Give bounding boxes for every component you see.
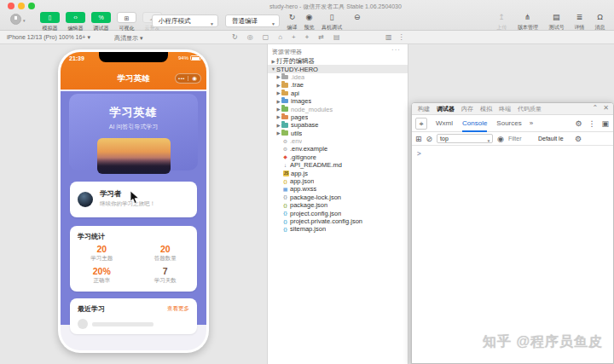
context-select[interactable]: top ▼ bbox=[437, 134, 493, 143]
file-project.config.json[interactable]: ▶ {} project.config.json bbox=[268, 209, 408, 217]
inspect-icon[interactable]: ⌖ bbox=[305, 33, 310, 42]
folder-pages[interactable]: ▶ pages bbox=[268, 113, 408, 121]
zoom-window-button[interactable] bbox=[28, 3, 35, 9]
user-avatar[interactable] bbox=[10, 14, 21, 25]
console-prompt[interactable]: > bbox=[417, 150, 421, 158]
refresh-icon[interactable]: ↻ bbox=[232, 33, 238, 42]
hand-icon[interactable]: + bbox=[292, 33, 296, 42]
panel-icon[interactable]: ▥ bbox=[385, 33, 392, 42]
profile-avatar bbox=[78, 192, 93, 207]
debugger-tab[interactable]: 调试器 bbox=[437, 105, 455, 113]
debugger-tab[interactable]: 内存 bbox=[461, 105, 473, 113]
toolbar-action-button[interactable]: ▤ 测试号 bbox=[548, 12, 565, 32]
stat-value: 20 bbox=[134, 244, 198, 254]
close-window-button[interactable] bbox=[8, 3, 14, 9]
mode-select[interactable]: 小程序模式 ▼ bbox=[152, 14, 218, 27]
folder-node_modules[interactable]: ▶ node_modules bbox=[268, 105, 408, 113]
hero-subtitle: AI 问答引导式学习 bbox=[69, 123, 198, 131]
stat-label: 学习天数 bbox=[134, 277, 198, 285]
debugger-tab[interactable]: 构建 bbox=[418, 105, 430, 113]
target-icon[interactable]: ◎ bbox=[247, 33, 253, 42]
sidebar-toggle-icon[interactable]: ⊞ bbox=[415, 134, 422, 144]
file-package-lock.json[interactable]: ▶ {} package-lock.json bbox=[268, 194, 408, 201]
file-.env.example[interactable]: ▶ ⚙ .env.example bbox=[268, 145, 408, 153]
toolbar-mode-button[interactable]: ⊞ 可视化 bbox=[116, 12, 137, 32]
console-toolbar: ⊞ ⊘ top ▼ ◉ Default le ⚙ bbox=[412, 132, 613, 146]
capsule-menu[interactable]: ••• ◉ bbox=[175, 73, 201, 84]
folder-supabase[interactable]: ▶ supabase bbox=[268, 121, 408, 129]
kebab-menu-icon[interactable]: ⋮ bbox=[588, 119, 595, 128]
toolbar-action-button[interactable]: ↥ 上传 bbox=[496, 12, 507, 32]
settings-gear-icon[interactable]: ⚙ bbox=[575, 119, 582, 128]
window-toolbar: study-hero - 微信开发者工具 Stable 1.06.2504030… bbox=[0, 0, 614, 31]
file-API_README.md[interactable]: ▶ ↓ API_README.md bbox=[268, 161, 408, 169]
more-icon[interactable]: ⋮ bbox=[398, 33, 405, 42]
json-file-icon: {} bbox=[281, 218, 289, 225]
toolbar-mode-button[interactable]: ▯ 模拟器 bbox=[39, 12, 61, 32]
toolbar-right-group: ↥ 上传 ⋔ 版本管理 ▤ 测试号 ≣ 详情 Ω 消息 bbox=[496, 12, 606, 32]
file-project.private.config.json[interactable]: ▶ {} project.private.config.json bbox=[268, 217, 408, 225]
screenshot-icon[interactable]: ▢ bbox=[263, 33, 269, 42]
console-settings-gear-icon[interactable]: ⚙ bbox=[575, 134, 582, 144]
folder-images[interactable]: ▶ images bbox=[268, 97, 408, 105]
toolbar-mode-button[interactable]: % 调试器 bbox=[90, 12, 112, 32]
more-tabs-icon[interactable]: » bbox=[530, 119, 533, 127]
home-icon[interactable]: ⌂ bbox=[278, 33, 282, 42]
device-select[interactable]: iPhone 12/13 (Pro) 100% 16+ ▾ bbox=[7, 34, 90, 41]
console-filter-input[interactable] bbox=[508, 134, 534, 143]
folder-icon bbox=[281, 91, 288, 96]
log-level-select[interactable]: Default le bbox=[538, 136, 571, 142]
project-root[interactable]: ▼ STUDY-HERO bbox=[268, 65, 408, 72]
inspect-element-icon[interactable]: ⌖ bbox=[415, 118, 427, 130]
minimize-target-icon[interactable]: ◉ bbox=[188, 74, 200, 83]
file-.gitignore[interactable]: ▶ ◆ .gitignore bbox=[268, 153, 408, 161]
debugger-tab[interactable]: 模拟 bbox=[480, 105, 492, 113]
compile-select[interactable]: 普通编译 ▼ bbox=[225, 14, 280, 27]
more-menu-icon[interactable]: ••• bbox=[176, 74, 188, 83]
folder-icon bbox=[281, 107, 288, 112]
toolbar-action-button[interactable]: ≣ 详情 bbox=[574, 12, 585, 32]
file-app.wxss[interactable]: ▶ ▦ app.wxss bbox=[268, 185, 408, 193]
chevron-right-icon: ▶ bbox=[275, 99, 281, 104]
display-mode-select[interactable]: 高清显示 ▾ bbox=[114, 34, 142, 43]
toolbar-action-button[interactable]: ⋔ 版本管理 bbox=[517, 12, 539, 32]
folder-api[interactable]: ▶ api bbox=[268, 90, 408, 97]
profile-card[interactable]: 学习者 继续你的学习之旅吧！ bbox=[70, 182, 197, 217]
toolbar-action-button[interactable]: Ω 消息 bbox=[594, 12, 605, 32]
file-.env[interactable]: ▶ ⚙ .env bbox=[268, 137, 408, 145]
recent-list-item[interactable] bbox=[78, 319, 154, 329]
explorer-more-icon[interactable]: ··· bbox=[391, 46, 401, 54]
phone-screen: 21:39 94% 学习英雄 ••• ◉ 学习英雄 AI 问答引导式学习 bbox=[61, 52, 206, 350]
eye-icon[interactable]: ◉ bbox=[497, 134, 504, 144]
console-output[interactable]: > 知乎 @程序员鱼皮 bbox=[412, 146, 613, 364]
devtools-tab-console[interactable]: Console bbox=[462, 115, 487, 132]
json-file-icon: {} bbox=[281, 178, 289, 185]
switch-icon[interactable]: ⇄ bbox=[318, 33, 324, 42]
folder-utils[interactable]: ▶ utils bbox=[268, 130, 408, 137]
simulator-icon-row: ↻◎▢⌂+⌖⇄▤ bbox=[232, 33, 340, 42]
debugger-tab[interactable]: 代码质量 bbox=[518, 105, 542, 113]
file-sitemap.json[interactable]: ▶ {} sitemap.json bbox=[268, 225, 408, 233]
open-editors-section[interactable]: ▶ 打开的编辑器 bbox=[268, 57, 408, 65]
folder-trae[interactable]: ▶ .trae bbox=[268, 81, 408, 89]
chevron-right-icon: ▶ bbox=[275, 83, 281, 88]
list-icon[interactable]: ▤ bbox=[333, 33, 340, 42]
app-page: 学习英雄 AI 问答引导式学习 学习者 继续你的学习之旅吧！ 学习统计 20 学… bbox=[61, 90, 206, 325]
folder-idea[interactable]: ▶ .idea bbox=[268, 73, 408, 81]
collapse-icon[interactable]: ⌃ bbox=[593, 104, 599, 112]
minimize-window-button[interactable] bbox=[18, 3, 25, 9]
toolbar-mode-button[interactable]: ‹› 编辑器 bbox=[65, 12, 86, 32]
file-app.json[interactable]: ▶ {} app.json bbox=[268, 177, 408, 185]
profile-name: 学习者 bbox=[100, 189, 122, 199]
dock-side-icon[interactable]: ▣ bbox=[601, 119, 609, 128]
devtools-tab-wxml[interactable]: Wxml bbox=[436, 115, 453, 132]
debugger-tab[interactable]: 终端 bbox=[499, 105, 511, 113]
devtools-tab-sources[interactable]: Sources bbox=[496, 115, 521, 132]
file-package.json[interactable]: ▶ {} package.json bbox=[268, 201, 408, 209]
file-app.js[interactable]: ▶ JS app.js bbox=[268, 169, 408, 176]
window-title: study-hero - 微信开发者工具 Stable 1.06.2504030 bbox=[269, 3, 402, 11]
status-battery: 94% bbox=[178, 55, 201, 61]
clear-console-icon[interactable]: ⊘ bbox=[426, 134, 433, 144]
close-icon[interactable]: ✕ bbox=[603, 104, 609, 112]
view-more-link[interactable]: 查看更多 bbox=[167, 305, 189, 313]
